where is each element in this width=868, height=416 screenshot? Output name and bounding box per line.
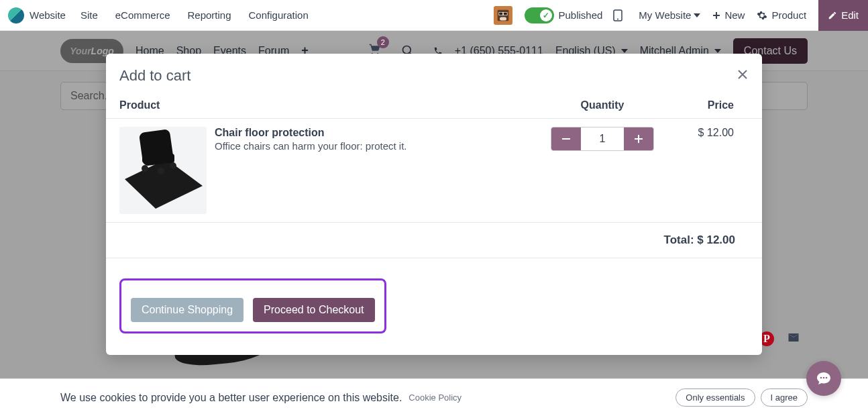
chat-icon xyxy=(816,370,832,386)
svg-rect-10 xyxy=(142,154,174,163)
svg-point-18 xyxy=(823,377,825,379)
plus-icon xyxy=(634,134,643,144)
cookie-banner: We use cookies to provide you a better u… xyxy=(0,378,868,416)
product-settings-button[interactable]: Product xyxy=(757,9,806,21)
cookie-text: We use cookies to provide you a better u… xyxy=(60,392,402,404)
svg-point-6 xyxy=(617,18,618,19)
svg-point-11 xyxy=(142,165,148,172)
edit-label: Edit xyxy=(841,9,859,21)
only-essentials-button[interactable]: Only essentials xyxy=(675,388,755,407)
menu-reporting[interactable]: Reporting xyxy=(187,9,231,21)
minus-icon xyxy=(561,134,571,144)
menu-ecommerce[interactable]: eCommerce xyxy=(115,9,170,21)
new-label: New xyxy=(724,9,745,21)
livechat-button[interactable] xyxy=(806,361,841,396)
app-logo-icon xyxy=(8,7,24,23)
svg-point-12 xyxy=(158,168,164,174)
menu-configuration[interactable]: Configuration xyxy=(249,9,309,21)
highlighted-actions: Continue Shopping Proceed to Checkout xyxy=(119,278,386,333)
product-description: Office chairs can harm your floor: prote… xyxy=(215,140,407,152)
chevron-down-icon xyxy=(694,13,700,17)
avatar-face-icon xyxy=(496,9,510,22)
qty-value[interactable]: 1 xyxy=(581,127,624,150)
mobile-preview-button[interactable] xyxy=(613,9,627,21)
total-value: $ 12.00 xyxy=(697,233,735,246)
cookie-policy-link[interactable]: Cookie Policy xyxy=(409,393,462,403)
publish-label: Published xyxy=(558,9,602,21)
svg-point-17 xyxy=(820,377,822,379)
publish-toggle[interactable]: Published xyxy=(525,7,602,23)
svg-rect-4 xyxy=(500,17,506,20)
mail-icon[interactable] xyxy=(786,331,801,344)
mobile-icon xyxy=(613,9,622,21)
add-to-cart-modal: Add to cart Product Quantity Price Chair… xyxy=(106,54,762,355)
website-switcher[interactable]: My Website xyxy=(639,9,700,21)
close-icon xyxy=(737,68,749,81)
cart-table-header: Product Quantity Price xyxy=(106,91,762,119)
quantity-stepper: 1 xyxy=(551,127,654,151)
svg-point-13 xyxy=(170,162,176,169)
proceed-to-checkout-button[interactable]: Proceed to Checkout xyxy=(253,298,374,322)
product-thumbnail xyxy=(119,127,207,214)
product-name: Chair floor protection xyxy=(215,127,407,139)
svg-rect-14 xyxy=(562,138,570,140)
menu-site[interactable]: Site xyxy=(80,9,98,21)
gear-icon xyxy=(757,10,767,21)
svg-marker-8 xyxy=(125,159,203,209)
modal-title: Add to cart xyxy=(119,67,191,85)
qty-decrease-button[interactable] xyxy=(551,127,581,150)
svg-rect-16 xyxy=(638,135,639,143)
plus-icon xyxy=(712,11,720,19)
chair-mat-icon xyxy=(119,127,207,214)
product-label: Product xyxy=(771,9,806,21)
col-quantity: Quantity xyxy=(535,99,669,111)
line-price: $ 12.00 xyxy=(669,127,749,214)
close-button[interactable] xyxy=(737,68,749,84)
cart-total: Total: $ 12.00 xyxy=(106,223,762,258)
toggle-on-icon xyxy=(525,7,554,23)
pencil-icon xyxy=(828,11,837,20)
continue-shopping-button[interactable]: Continue Shopping xyxy=(131,298,243,322)
cart-line-item: Chair floor protection Office chairs can… xyxy=(106,119,762,223)
svg-rect-2 xyxy=(500,12,503,14)
col-product: Product xyxy=(119,99,535,111)
cart-count-badge: 2 xyxy=(377,36,389,48)
svg-rect-3 xyxy=(504,12,507,14)
qty-increase-button[interactable] xyxy=(624,127,653,150)
i-agree-button[interactable]: I agree xyxy=(761,388,808,407)
total-label: Total: xyxy=(664,233,698,246)
col-price: Price xyxy=(669,99,749,111)
svg-point-19 xyxy=(826,377,828,379)
mywebsite-label: My Website xyxy=(639,9,691,21)
avatar[interactable] xyxy=(494,6,512,25)
edit-button[interactable]: Edit xyxy=(818,0,868,31)
new-button[interactable]: New xyxy=(712,9,745,21)
app-title[interactable]: Website xyxy=(30,9,66,21)
admin-topbar: Website Site eCommerce Reporting Configu… xyxy=(0,0,868,31)
